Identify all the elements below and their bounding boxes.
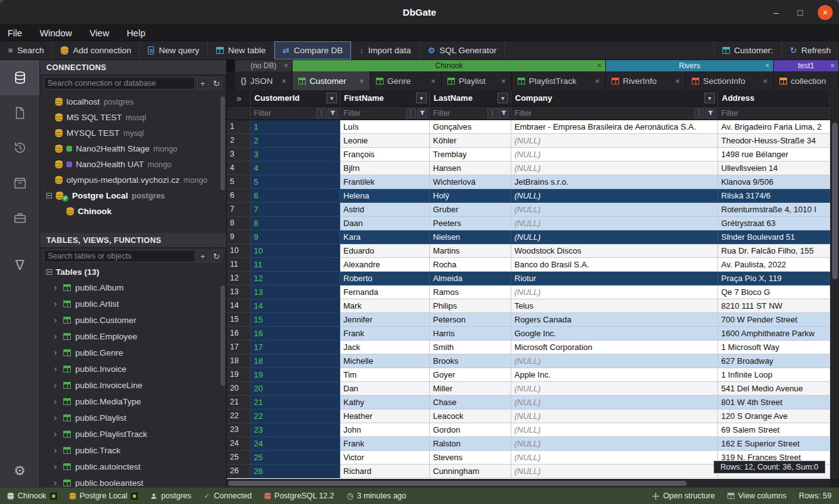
data-cell[interactable]: Woodstock Discos [511,244,718,258]
column-header-firstname[interactable]: FirstName ▾ [340,90,430,106]
row-number-cell[interactable]: 18 [227,354,251,368]
row-number-cell[interactable]: 24 [227,437,251,451]
table-item[interactable]: ›public.Customer [40,312,226,328]
data-cell[interactable]: Astrid [340,203,430,217]
tables-search-input[interactable] [44,250,195,262]
data-cell[interactable]: (NULL) [511,148,718,162]
data-cell[interactable]: 627 Broadway [718,354,830,368]
table-item[interactable]: ›public.Artist [40,296,226,312]
column-dropdown-icon[interactable]: ▾ [416,93,427,103]
data-cell[interactable]: Peterson [430,313,511,327]
data-cell[interactable]: Michelle [340,354,430,368]
tables-group-row[interactable]: Tables (13) [40,264,226,279]
cell-customerid[interactable]: 20 [251,382,340,396]
data-cell[interactable]: Sſnder Boulevard 51 [718,230,830,244]
table-row[interactable]: 2424FrankRalston(NULL)162 E Superior Str… [227,437,830,451]
data-cell[interactable]: Gordon [430,423,511,437]
filter-input[interactable] [342,108,405,118]
close-icon[interactable]: × [597,61,602,70]
data-cell[interactable]: (NULL) [511,203,718,217]
refresh-icon[interactable]: ↻ [211,77,222,90]
row-number-cell[interactable]: 16 [227,327,251,341]
sidebar-query-designer-icon[interactable]: ∇ [0,248,39,283]
data-cell[interactable]: 541 Del Medio Avenue [718,382,830,396]
data-cell[interactable]: Roberto [340,272,430,285]
table-row[interactable]: 2121KathyChase(NULL)801 W 4th Street [227,396,830,409]
row-number-cell[interactable]: 15 [227,313,251,327]
data-cell[interactable]: 801 W 4th Street [718,396,830,409]
data-cell[interactable]: 162 E Superior Street [718,437,830,451]
table-item[interactable]: ›public.Employee [40,328,226,344]
table-row[interactable]: 2020DanMiller(NULL)541 Del Medio Avenue [227,382,830,396]
data-cell[interactable]: Mark [340,299,430,313]
row-number-cell[interactable]: 17 [227,341,251,354]
data-cell[interactable]: Apple Inc. [511,368,718,382]
table-item[interactable]: ›public.Playlist [40,409,226,426]
cell-customerid[interactable]: 7 [251,203,340,217]
data-cell[interactable]: Hansen [430,162,511,175]
sidebar-archive-icon[interactable] [0,165,39,200]
column-dropdown-icon[interactable]: ▾ [704,93,715,103]
data-cell[interactable]: Ullevſlsveien 14 [718,162,830,175]
data-cell[interactable]: Brooks [430,354,511,368]
table-item[interactable]: ›public.PlaylistTrack [40,426,226,442]
data-cell[interactable]: Stevens [430,451,511,465]
data-cell[interactable]: 120 S Orange Ave [718,409,830,423]
data-cell[interactable]: Gruber [430,203,511,217]
sidebar-connections-icon[interactable] [0,60,39,95]
data-cell[interactable]: Leacock [430,409,511,423]
add-icon[interactable]: + [197,250,209,262]
data-cell[interactable]: John [340,423,430,437]
chevron-right-icon[interactable]: › [54,315,59,325]
chevron-right-icon[interactable]: › [54,331,59,341]
horizontal-scrollbar[interactable] [227,479,830,487]
data-cell[interactable]: Frantiſek [340,175,430,189]
data-cell[interactable]: Google Inc. [511,327,718,341]
tab-group-nodb[interactable]: (no DB) × [235,60,293,71]
tab-riverinfo[interactable]: RiverInfo × [606,71,686,90]
compare-db-button[interactable]: ⇄ Compare DB [274,41,352,59]
cell-customerid[interactable]: 12 [251,272,340,285]
cell-customerid[interactable]: 3 [251,148,340,162]
data-cell[interactable]: François [340,148,430,162]
close-icon[interactable]: × [675,76,680,86]
close-button[interactable]: × [818,5,833,20]
table-row[interactable]: 77AstridGruber(NULL)Rotenturmstraße 4, 1… [227,203,830,217]
row-number-cell[interactable]: 4 [227,162,251,175]
import-data-button[interactable]: ↓ Import data [352,41,420,59]
row-number-cell[interactable]: 14 [227,299,251,313]
data-cell[interactable]: Embraer - Empresa Brasileira de Aeronáut… [511,120,718,134]
close-icon[interactable]: × [501,76,506,86]
new-table-button[interactable]: New table [208,41,274,59]
table-row[interactable]: 11LuísGonçalvesEmbraer - Empresa Brasile… [227,120,830,134]
close-icon[interactable]: × [284,61,288,70]
column-dropdown-icon[interactable]: ▾ [498,93,508,103]
data-cell[interactable]: (NULL) [511,396,718,409]
data-cell[interactable]: 700 W Pender Street [718,313,830,327]
data-cell[interactable]: (NULL) [511,451,718,465]
data-cell[interactable]: 69 Salem Street [718,423,830,437]
data-cell[interactable]: (NULL) [511,382,718,396]
table-item[interactable]: ›public.Genre [40,344,226,361]
cell-customerid[interactable]: 8 [251,217,340,230]
data-cell[interactable]: Qe 7 Bloco G [718,285,830,299]
menu-view[interactable]: View [90,28,109,38]
data-cell[interactable]: Klanova 9/506 [718,175,830,189]
cell-customerid[interactable]: 2 [251,134,340,148]
data-cell[interactable]: Telus [511,299,718,313]
cell-customerid[interactable]: 14 [251,299,340,313]
filter-input[interactable] [720,108,828,118]
cell-customerid[interactable]: 24 [251,437,340,451]
data-cell[interactable]: Av. Paulista, 2022 [718,258,830,272]
data-cell[interactable]: (NULL) [511,217,718,230]
table-row[interactable]: 66HelenaHolý(NULL)Rilská 3174/6 [227,189,830,203]
table-row[interactable]: 1010EduardoMartinsWoodstock DiscosRua Dr… [227,244,830,258]
cell-customerid[interactable]: 22 [251,409,340,423]
connection-item[interactable]: MYSQL TESTmysql [40,125,226,141]
table-row[interactable]: 2323JohnGordon(NULL)69 Salem Street [227,423,830,437]
data-cell[interactable]: Harris [430,327,511,341]
data-cell[interactable]: 1 Infinite Loop [718,368,830,382]
data-cell[interactable]: 1600 Amphitheatre Parkw [718,327,830,341]
table-row[interactable]: 1818MichelleBrooks(NULL)627 Broadway [227,354,830,368]
chevron-right-icon[interactable]: › [54,461,59,471]
